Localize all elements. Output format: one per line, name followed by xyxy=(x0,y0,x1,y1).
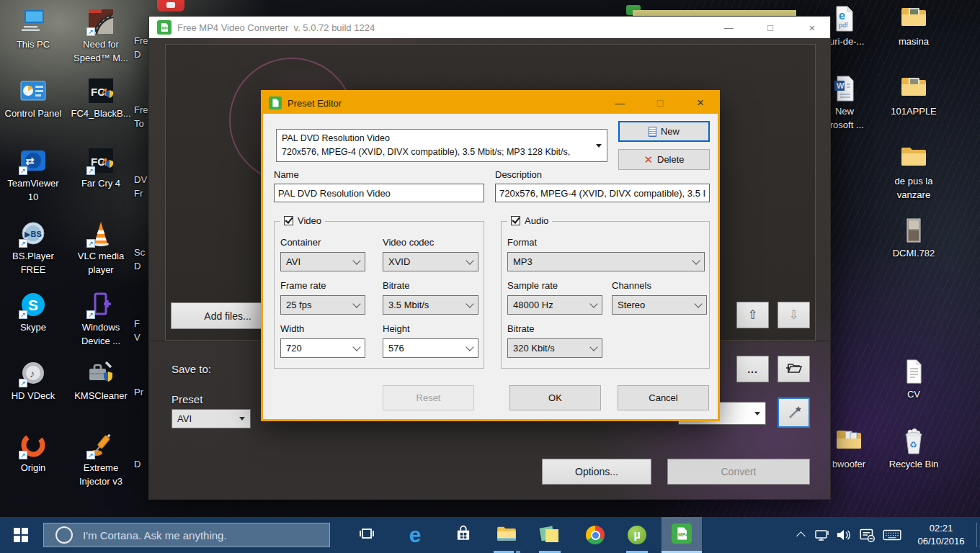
description-input[interactable]: 720x576, MPEG-4 (XVID, DIVX compatible),… xyxy=(495,184,710,202)
desktop-icon-extreme-injector[interactable]: Extreme Injector v3 xyxy=(68,431,134,489)
options-button[interactable]: Options... xyxy=(542,459,651,485)
desktop-icon-kmscleaner[interactable]: KMSCleaner xyxy=(68,359,134,403)
this-pc-icon xyxy=(19,7,48,36)
sample-rate-select[interactable]: 48000 Hz xyxy=(507,295,602,315)
start-button[interactable] xyxy=(0,517,42,553)
dialog-close-button[interactable]: × xyxy=(688,95,713,111)
preset-select[interactable]: PAL DVD Resolution Video 720x576, MPEG-4… xyxy=(276,129,607,162)
utorrent-icon: µ xyxy=(628,526,646,544)
clock-time: 02:21 xyxy=(930,522,953,535)
delete-preset-button[interactable]: ✕ Delete xyxy=(618,149,710,170)
move-down-button[interactable]: ⇩ xyxy=(778,302,810,328)
video-codec-select[interactable]: XVID xyxy=(383,252,478,271)
tray-action-center-icon[interactable] xyxy=(856,517,879,553)
desktop-icon-hd-vdeck[interactable]: ♪ HD VDeck xyxy=(0,359,66,403)
browse-output-button[interactable]: ... xyxy=(736,356,769,382)
task-view-button[interactable] xyxy=(351,517,383,553)
desktop-icon-origin[interactable]: Origin xyxy=(0,431,66,475)
desktop-icon-windows-device[interactable]: Windows Device ... xyxy=(68,290,134,349)
edit-preset-button[interactable] xyxy=(778,397,810,428)
desktop-icon-fc4-blackb[interactable]: FC4 FC4_BlackB... xyxy=(68,76,134,121)
origin-icon xyxy=(19,431,48,459)
video-checkbox[interactable] xyxy=(284,216,293,225)
container-select[interactable]: AVI xyxy=(280,252,365,271)
folder-icon xyxy=(899,144,928,173)
delete-x-icon: ✕ xyxy=(643,154,653,165)
taskbar-utorrent-button[interactable]: µ xyxy=(621,517,653,553)
cortana-search-box[interactable]: I'm Cortana. Ask me anything. xyxy=(43,523,330,547)
preset-format-select[interactable]: AVI xyxy=(172,409,251,428)
desktop-icon-label: This PC xyxy=(17,38,50,52)
close-button[interactable]: × xyxy=(796,17,828,38)
ok-button[interactable]: OK xyxy=(509,385,601,410)
video-group-legend: Video xyxy=(280,215,325,226)
desktop-icon-teamviewer[interactable]: ⇄ TeamViewer 10 xyxy=(0,146,66,204)
tray-volume-icon[interactable] xyxy=(833,517,855,553)
desktop-icon-vlc[interactable]: VLC media player xyxy=(68,219,134,277)
tray-network-icon[interactable] xyxy=(811,517,833,553)
reset-button[interactable]: Reset xyxy=(383,385,474,410)
taskbar-notes-button[interactable] xyxy=(534,517,566,553)
video-bitrate-select[interactable]: 3.5 Mbit/s xyxy=(383,295,478,315)
svg-text:♻: ♻ xyxy=(909,440,917,450)
store-icon xyxy=(454,524,473,546)
tray-keyboard-icon[interactable] xyxy=(881,517,904,553)
audio-bitrate-label: Bitrate xyxy=(507,323,535,334)
taskbar-clock[interactable]: 02:21 06/10/2016 xyxy=(906,517,976,553)
desktop-icon-recycle-bin[interactable]: ♻ Recycle Bin xyxy=(881,427,947,472)
dialog-minimize-button[interactable]: — xyxy=(607,95,632,111)
desktop-icon-dcmi-782[interactable]: DCMI.782 xyxy=(881,216,947,261)
desktop-icon-de-pus-la-vanzare[interactable]: de pus la vanzare xyxy=(881,144,947,202)
bsplayer-icon: ▶BS xyxy=(19,219,48,248)
chevron-down-icon xyxy=(466,256,473,264)
dialog-titlebar[interactable]: Preset Editor — □ × xyxy=(263,92,718,114)
speaker-icon xyxy=(835,528,852,542)
kmscleaner-icon xyxy=(86,359,115,387)
maximize-button[interactable]: □ xyxy=(754,17,786,38)
tray-expand-button[interactable] xyxy=(790,517,811,553)
taskbar-chrome-button[interactable] xyxy=(579,517,611,553)
new-preset-button[interactable]: New xyxy=(618,121,710,142)
desktop-icon-control-panel[interactable]: Control Panel xyxy=(0,76,66,121)
main-window-titlebar[interactable]: MP4 Free MP4 Video Converter v. 5.0.72 b… xyxy=(149,17,830,38)
cancel-button[interactable]: Cancel xyxy=(618,385,709,410)
convert-button[interactable]: Convert xyxy=(667,459,810,485)
arrow-up-icon: ⇧ xyxy=(747,307,757,323)
audio-checkbox[interactable] xyxy=(511,216,520,225)
search-placeholder: I'm Cortana. Ask me anything. xyxy=(83,529,227,541)
desktop-icon-101apple[interactable]: 101APPLE xyxy=(881,74,947,119)
desktop-icon-label: VLC media player xyxy=(78,250,124,277)
dropdown-arrow-icon xyxy=(239,417,245,421)
audio-group-legend: Audio xyxy=(507,215,552,226)
hd-vdeck-icon: ♪ xyxy=(19,359,48,387)
frame-rate-select[interactable]: 25 fps xyxy=(280,295,365,315)
taskbar-store-button[interactable] xyxy=(447,517,479,553)
width-select[interactable]: 720 xyxy=(280,338,365,358)
desktop-icon-this-pc[interactable]: This PC xyxy=(0,7,66,52)
sticky-notes-icon xyxy=(540,526,559,544)
main-window-title: Free MP4 Video Converter v. 5.0.72 build… xyxy=(177,22,375,33)
pictures-folder-icon xyxy=(899,4,928,33)
audio-bitrate-select[interactable]: 320 Kbit/s xyxy=(507,338,602,358)
move-up-button[interactable]: ⇧ xyxy=(736,302,769,328)
desktop-icon-cv[interactable]: CV xyxy=(881,357,947,402)
show-desktop-divider[interactable] xyxy=(976,523,977,547)
name-input[interactable]: PAL DVD Resolution Video xyxy=(274,184,484,202)
desktop-icon-far-cry-4[interactable]: FC4 Far Cry 4 xyxy=(68,146,134,191)
minimize-button[interactable]: — xyxy=(713,17,744,38)
taskbar-file-explorer-button[interactable] xyxy=(491,517,522,553)
arrow-down-icon: ⇩ xyxy=(788,307,798,323)
desktop-icon-skype[interactable]: S Skype xyxy=(0,290,66,335)
dropdown-arrow-icon xyxy=(596,144,602,148)
open-output-folder-button[interactable] xyxy=(778,356,810,382)
dialog-maximize-button[interactable]: □ xyxy=(648,95,672,111)
height-select[interactable]: 576 xyxy=(383,338,478,358)
desktop-icon-masina[interactable]: masina xyxy=(881,4,947,49)
taskbar-mp4-converter-button[interactable]: MP4 xyxy=(662,517,702,553)
format-select[interactable]: MP3 xyxy=(507,252,705,271)
taskbar: I'm Cortana. Ask me anything. e µ MP4 xyxy=(0,517,980,553)
taskbar-edge-button[interactable]: e xyxy=(399,517,431,553)
channels-select[interactable]: Stereo xyxy=(612,295,707,315)
desktop-icon-need-for-speed[interactable]: Need for Speed™ M... xyxy=(68,7,134,66)
desktop-icon-bsplayer[interactable]: ▶BS BS.Player FREE xyxy=(0,219,66,277)
